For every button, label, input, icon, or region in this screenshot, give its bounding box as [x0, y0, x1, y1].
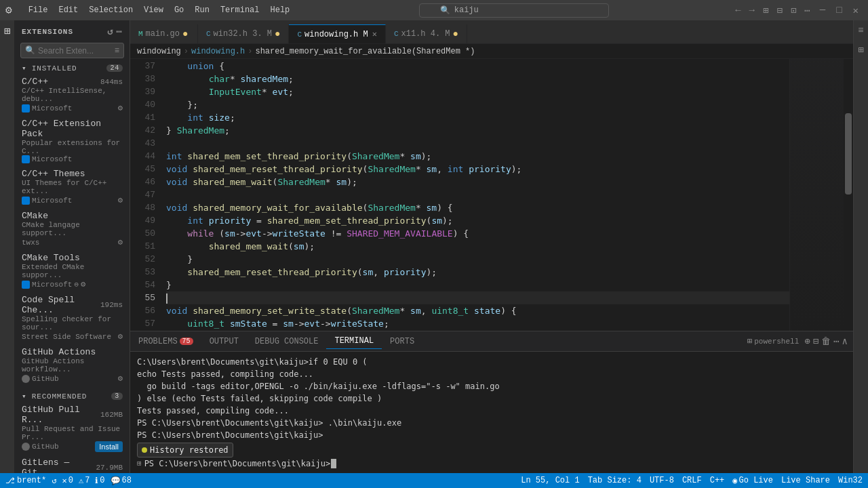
list-item[interactable]: Code Spell Che... 192ms Spelling checker…: [15, 292, 130, 344]
trash-icon[interactable]: 🗑: [821, 336, 831, 347]
collapse-panel-icon[interactable]: ∧: [842, 336, 848, 347]
cursor: [331, 459, 336, 468]
menu-edit[interactable]: Edit: [53, 4, 83, 16]
minimize-button[interactable]: ─: [816, 3, 829, 17]
more-sidebar-icon[interactable]: ⋯: [117, 26, 123, 37]
ms-logo: [22, 281, 30, 289]
menu-bar: File Edit Selection View Go Run Terminal…: [23, 4, 296, 16]
code-content[interactable]: union { char* sharedMem; InputEvent* evt…: [161, 59, 789, 331]
right-icon-1[interactable]: ≡: [856, 23, 865, 38]
history-badge: History restored: [137, 443, 233, 458]
tab-win32-h[interactable]: C win32.h 3. M ●: [198, 24, 289, 43]
installed-section-header[interactable]: ▾ INSTALLED 24: [15, 61, 130, 74]
list-item[interactable]: CMake CMake langage support... twxs ⚙: [15, 208, 130, 250]
tab-main-go[interactable]: M main.go ●: [130, 24, 198, 43]
recommended-count-badge: 3: [111, 392, 123, 400]
nav-forward-button[interactable]: →: [747, 3, 757, 17]
minimap: [789, 59, 844, 331]
menu-file[interactable]: File: [23, 4, 54, 16]
go-live-status[interactable]: ◉ Go Live: [732, 476, 773, 486]
encoding-status[interactable]: UTF-8: [650, 476, 674, 485]
tab-size-status[interactable]: Tab Size: 4: [588, 476, 642, 485]
tab-ports[interactable]: PORTS: [382, 334, 422, 349]
gear-icon[interactable]: ⚙: [118, 373, 123, 384]
list-item[interactable]: CMake Tools Extended CMake suppor... Mic…: [15, 250, 130, 292]
errors-status[interactable]: ✕ 0: [62, 476, 73, 486]
tab-problems[interactable]: PROBLEMS 75: [130, 334, 201, 349]
menu-help[interactable]: Help: [265, 4, 296, 16]
language-status[interactable]: C++: [710, 476, 725, 485]
layout-icon[interactable]: ⊞: [760, 3, 771, 18]
tab-debug-console[interactable]: DEBUG CONSOLE: [247, 334, 327, 349]
terminal-line: PS C:\Users\brent\Documents\git\kaiju> .…: [137, 417, 846, 429]
nav-back-button[interactable]: ←: [732, 3, 743, 17]
problems-badge: 75: [180, 338, 193, 345]
search-ext-input[interactable]: [38, 46, 112, 56]
wininfo-status[interactable]: Win32: [838, 476, 863, 485]
disable-icon[interactable]: ⊖: [74, 280, 79, 289]
right-icon-2[interactable]: ⊞: [856, 42, 865, 58]
gear-icon[interactable]: ⚙: [81, 279, 85, 289]
tab-output[interactable]: OUTPUT: [201, 334, 247, 349]
grid-icon[interactable]: ⊡: [788, 3, 799, 18]
install-button[interactable]: Install: [95, 441, 123, 452]
gear-icon[interactable]: ⚙: [118, 237, 123, 247]
info-status[interactable]: ℹ 0: [95, 476, 104, 486]
terminal-content[interactable]: C:\Users\brent\Documents\git\kaiju>if 0 …: [130, 352, 853, 473]
line-ending-status[interactable]: CRLF: [682, 476, 702, 485]
tab-windowing-h[interactable]: C windowing.h M ✕: [289, 24, 385, 43]
status-left: ⎇ brent* ↺ ✕ 0 ⚠ 7 ℹ 0 💬 68: [5, 476, 132, 486]
list-item[interactable]: GitHub Pull R... 162MB Pull Request and …: [15, 402, 130, 455]
branch-status[interactable]: ⎇ brent*: [5, 476, 46, 486]
terminal-label: ⊞ powershell: [747, 336, 799, 346]
breadcrumb-function[interactable]: shared_memory_wait_for_available(SharedM…: [255, 47, 475, 56]
scrollbar[interactable]: [844, 59, 853, 331]
list-item[interactable]: GitLens — Git... 27.9MB Supercharge Git …: [15, 455, 130, 473]
tab-terminal[interactable]: TERMINAL: [326, 333, 382, 349]
code-line: union {: [166, 60, 789, 73]
menu-go[interactable]: Go: [169, 4, 189, 16]
recommended-section-header[interactable]: ▾ RECOMMENDED 3: [15, 386, 130, 402]
tab-label: x11.h 4. M: [401, 29, 450, 39]
restore-button[interactable]: □: [832, 3, 846, 17]
breadcrumb-windowing[interactable]: windowing: [137, 47, 181, 56]
menu-terminal[interactable]: Terminal: [215, 4, 265, 16]
sync-status[interactable]: ↺: [52, 476, 56, 486]
add-terminal-icon[interactable]: ⊕: [804, 336, 810, 347]
gear-icon[interactable]: ⚙: [118, 331, 123, 342]
split-terminal-icon[interactable]: ⊟: [813, 336, 818, 347]
more-terminal-icon[interactable]: ⋯: [833, 336, 839, 347]
right-sidebar: ≡ ⊞: [853, 20, 868, 473]
list-item[interactable]: GitHub Actions GitHub Actions workflow..…: [15, 344, 130, 386]
tab-x11-h[interactable]: C x11.h 4. M ●: [386, 24, 467, 43]
refresh-icon[interactable]: ↺: [107, 26, 113, 37]
code-line: while (sm->evt->writeState != SHARED_MEM…: [166, 227, 789, 240]
gear-icon[interactable]: ⚙: [118, 103, 123, 113]
chat-status[interactable]: 💬 68: [111, 476, 132, 486]
code-line: InputEvent* evt;: [166, 85, 789, 98]
title-search-input[interactable]: kaiju: [454, 5, 479, 15]
code-line: [166, 188, 789, 201]
menu-view[interactable]: View: [138, 4, 169, 16]
menu-run[interactable]: Run: [189, 4, 215, 16]
list-item[interactable]: C/C++ 844ms C/C++ IntelliSense, debu... …: [15, 74, 130, 116]
tab-close-button[interactable]: ✕: [372, 29, 377, 39]
extensions-activity-icon[interactable]: ⊞: [4, 24, 11, 38]
code-editor[interactable]: 37 38 39 40 41 42 43 44 45 46 47 48 49 5…: [130, 59, 853, 331]
status-bar: ⎇ brent* ↺ ✕ 0 ⚠ 7 ℹ 0 💬 68 Ln 55, Col 1…: [0, 473, 868, 488]
position-status[interactable]: Ln 55, Col 1: [521, 476, 579, 485]
list-item[interactable]: C/C++ Extension Pack Popular extensions …: [15, 116, 130, 166]
split-icon[interactable]: ⊟: [774, 3, 785, 18]
powershell-icon: ⊞: [747, 336, 752, 346]
warnings-status[interactable]: ⚠ 7: [79, 476, 90, 486]
close-button[interactable]: ✕: [849, 3, 863, 18]
live-share-status[interactable]: Live Share: [781, 476, 830, 485]
filter-ext-icon[interactable]: ≡: [115, 46, 119, 56]
list-item[interactable]: C/C++ Themes UI Themes for C/C++ ext... …: [15, 166, 130, 208]
menu-selection[interactable]: Selection: [83, 4, 138, 16]
more-icon[interactable]: ⋯: [802, 3, 812, 18]
panel: PROBLEMS 75 OUTPUT DEBUG CONSOLE TERMINA…: [130, 331, 853, 473]
line-numbers: 37 38 39 40 41 42 43 44 45 46 47 48 49 5…: [130, 59, 161, 331]
breadcrumb-windowing-h[interactable]: windowing.h: [191, 47, 245, 56]
gear-icon[interactable]: ⚙: [118, 195, 123, 205]
